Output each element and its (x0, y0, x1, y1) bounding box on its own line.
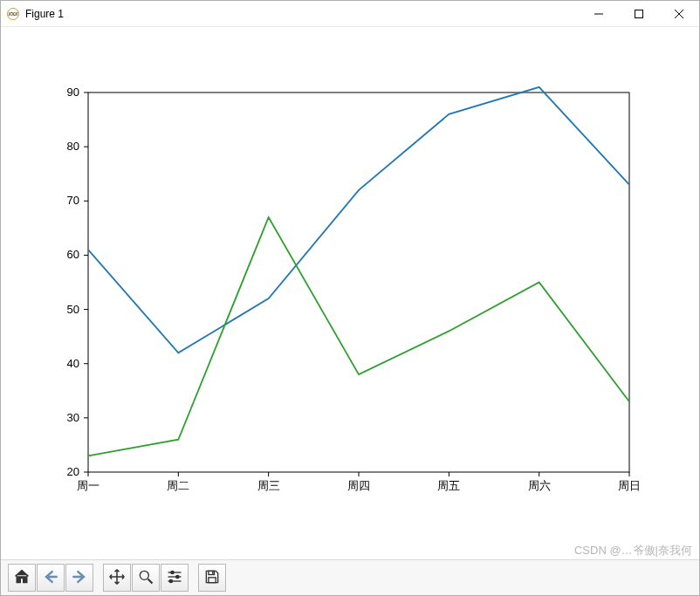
home-button[interactable] (8, 564, 36, 592)
svg-rect-2 (635, 10, 643, 17)
sliders-icon (166, 568, 183, 588)
arrow-right-icon (71, 568, 88, 588)
x-tick-label: 周三 (257, 479, 280, 492)
series-series1 (88, 87, 629, 353)
y-tick-label: 80 (67, 140, 79, 153)
pan-button[interactable] (103, 564, 131, 592)
toolbar-separator (189, 564, 198, 592)
svg-point-24 (171, 571, 174, 573)
toolbar (1, 559, 699, 595)
minimize-button[interactable] (579, 1, 619, 27)
x-tick-label: 周日 (618, 479, 641, 492)
x-tick-label: 周六 (528, 479, 551, 492)
svg-point-28 (169, 579, 172, 582)
x-tick-label: 周二 (167, 479, 189, 492)
plot-area[interactable]: 2030405060708090周一周二周三周四周五周六周日 (1, 27, 699, 559)
y-tick-label: 90 (67, 86, 79, 99)
app-icon (6, 7, 20, 21)
svg-point-26 (176, 575, 179, 578)
back-button[interactable] (37, 564, 65, 592)
home-icon (13, 568, 31, 588)
magnifier-icon (137, 568, 154, 588)
toolbar-separator (94, 564, 103, 592)
save-button[interactable] (198, 564, 226, 592)
arrow-left-icon (42, 568, 59, 588)
configure-button[interactable] (161, 564, 189, 592)
move-icon (108, 568, 126, 588)
x-tick-label: 周一 (77, 479, 100, 492)
series-series2 (88, 217, 629, 456)
y-tick-label: 30 (67, 411, 79, 424)
y-tick-label: 50 (67, 303, 79, 316)
y-tick-label: 20 (67, 465, 79, 478)
maximize-button[interactable] (619, 1, 659, 27)
svg-rect-5 (88, 92, 629, 472)
close-button[interactable] (659, 1, 699, 27)
svg-rect-30 (209, 577, 216, 582)
y-tick-label: 70 (67, 194, 79, 207)
svg-line-22 (148, 579, 153, 583)
x-tick-label: 周五 (437, 479, 460, 492)
zoom-button[interactable] (132, 564, 160, 592)
svg-point-21 (140, 571, 148, 579)
window-title: Figure 1 (25, 8, 64, 20)
x-tick-label: 周四 (347, 479, 370, 492)
y-tick-label: 60 (67, 248, 79, 261)
titlebar: Figure 1 (1, 1, 699, 27)
save-icon (203, 568, 221, 588)
y-tick-label: 40 (67, 357, 79, 370)
forward-button[interactable] (65, 564, 93, 592)
svg-rect-31 (212, 572, 214, 574)
